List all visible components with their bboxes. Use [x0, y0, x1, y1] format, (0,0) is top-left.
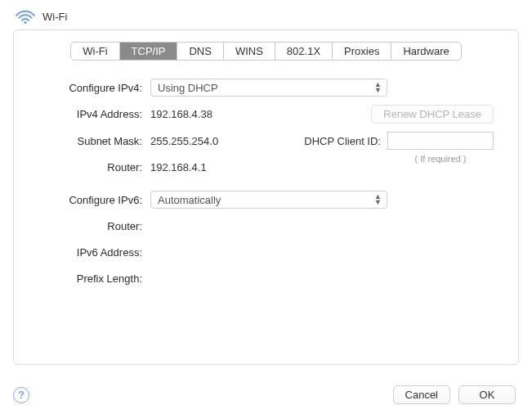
text-if-required: ( If required ) [387, 154, 494, 164]
value-router-ipv4: 192.168.4.1 [150, 161, 207, 173]
tab-802-1x[interactable]: 802.1X [275, 43, 333, 60]
input-dhcp-client-id[interactable] [387, 132, 494, 150]
select-configure-ipv6[interactable]: Automatically ▲▼ [150, 191, 387, 209]
label-subnet: Subnet Mask: [24, 135, 150, 147]
tab-wins[interactable]: WINS [224, 43, 275, 60]
window-title: Wi-Fi [42, 11, 67, 23]
tabbar-container: Wi-FiTCP/IPDNSWINS802.1XProxiesHardware [14, 42, 518, 61]
tab-wi-fi[interactable]: Wi-Fi [71, 43, 119, 60]
label-router-ipv4: Router: [24, 161, 150, 173]
updown-icon: ▲▼ [374, 194, 382, 205]
label-configure-ipv4: Configure IPv4: [24, 82, 150, 94]
tab-tcp-ip[interactable]: TCP/IP [120, 43, 178, 60]
wifi-icon [15, 8, 36, 25]
row-router-ipv6: Router: [24, 217, 494, 235]
ok-button[interactable]: OK [458, 385, 516, 404]
row-ipv4-address: IPv4 Address: 192.168.4.38 Renew DHCP Le… [24, 105, 494, 124]
settings-panel: Wi-FiTCP/IPDNSWINS802.1XProxiesHardware … [13, 29, 519, 365]
row-ipv6-address: IPv6 Address: [24, 243, 494, 261]
updown-icon: ▲▼ [374, 82, 382, 93]
tab-dns[interactable]: DNS [177, 43, 223, 60]
select-configure-ipv4[interactable]: Using DHCP ▲▼ [150, 79, 387, 97]
row-prefix-length: Prefix Length: [24, 269, 494, 287]
label-ipv4-address: IPv4 Address: [24, 108, 150, 120]
form-area: Configure IPv4: Using DHCP ▲▼ IPv4 Addre… [14, 79, 518, 287]
label-router-ipv6: Router: [24, 220, 150, 232]
svg-point-0 [24, 21, 26, 24]
select-configure-ipv6-value: Automatically [158, 194, 221, 206]
cancel-button[interactable]: Cancel [393, 385, 450, 404]
row-subnet: Subnet Mask: 255.255.254.0 DHCP Client I… [24, 132, 494, 150]
tab-hardware[interactable]: Hardware [391, 43, 460, 60]
label-ipv6-address: IPv6 Address: [24, 246, 150, 259]
tab-proxies[interactable]: Proxies [333, 43, 391, 60]
label-dhcp-client-id: DHCP Client ID: [304, 135, 381, 147]
window-header: Wi-Fi [0, 0, 532, 29]
renew-dhcp-button[interactable]: Renew DHCP Lease [371, 105, 494, 124]
footer: ? Cancel OK [13, 385, 516, 404]
value-subnet: 255.255.254.0 [150, 135, 218, 147]
label-configure-ipv6: Configure IPv6: [24, 194, 150, 206]
select-configure-ipv4-value: Using DHCP [158, 82, 218, 94]
row-configure-ipv6: Configure IPv6: Automatically ▲▼ [24, 191, 494, 209]
value-ipv4-address: 192.168.4.38 [150, 108, 212, 120]
row-configure-ipv4: Configure IPv4: Using DHCP ▲▼ [24, 79, 494, 97]
label-prefix-length: Prefix Length: [24, 272, 150, 285]
row-router-ipv4: Router: 192.168.4.1 ( If required ) [24, 158, 494, 176]
tabbar: Wi-FiTCP/IPDNSWINS802.1XProxiesHardware [70, 42, 462, 61]
help-button[interactable]: ? [13, 387, 29, 403]
